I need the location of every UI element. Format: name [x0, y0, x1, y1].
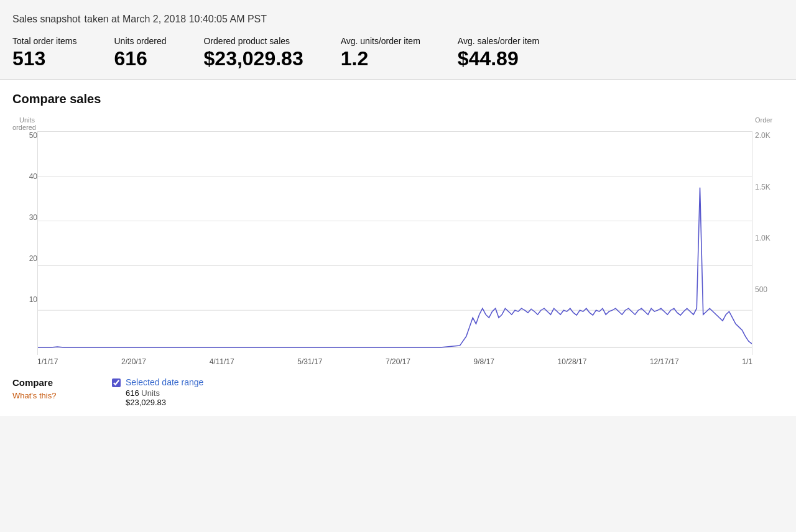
y-right-tick-2k: 2.0K — [755, 131, 784, 140]
y-left-tick-50: 50 — [12, 131, 37, 140]
legend-units-count: 616 — [126, 388, 139, 398]
chart-svg — [37, 131, 752, 355]
metric-label: Ordered product sales — [204, 36, 303, 46]
y-right-tick-500: 500 — [755, 285, 784, 294]
y-axis-left: 50 40 30 20 10 — [12, 131, 37, 355]
snapshot-subtitle: taken at March 2, 2018 10:40:05 AM PST — [85, 14, 267, 24]
legend-item-selected: Selected date range 616 Units $23,029.83 — [112, 377, 203, 407]
x-label-4: 5/31/17 — [297, 357, 322, 366]
metric-label: Total order items — [12, 36, 76, 46]
metric-value: 616 — [114, 47, 166, 70]
y-axis-right-title: Order — [752, 116, 784, 131]
compare-label-col: Compare What's this? — [12, 377, 112, 400]
x-label-5: 7/20/17 — [386, 357, 410, 366]
metric-item: Total order items 513 — [12, 36, 76, 70]
chart-container: 50 40 30 20 10 2.0K 1.5K — [12, 131, 784, 355]
whats-this-link[interactable]: What's this? — [12, 391, 56, 400]
legend-units: 616 Units — [126, 388, 203, 398]
y-right-tick-1-5k: 1.5K — [755, 183, 784, 191]
snapshot-title-text: Sales snapshot — [12, 14, 80, 24]
x-label-7: 10/28/17 — [558, 357, 587, 366]
x-label-2: 2/20/17 — [121, 357, 146, 366]
y-left-tick-40: 40 — [12, 172, 37, 181]
legend-area: Compare What's this? Selected date range… — [12, 369, 784, 416]
x-label-6: 9/8/17 — [474, 357, 494, 366]
snapshot-header: Sales snapshot taken at March 2, 2018 10… — [0, 0, 796, 80]
metric-value: $44.89 — [458, 47, 539, 70]
metric-value: 513 — [12, 47, 76, 70]
y-right-tick-1k: 1.0K — [755, 234, 784, 242]
legend-sales: $23,029.83 — [126, 398, 203, 407]
y-left-tick-10: 10 — [12, 295, 37, 304]
metric-label: Avg. units/order item — [341, 36, 420, 46]
y-axis-left-title: Units ordered — [12, 116, 37, 131]
y-left-tick-30: 30 — [12, 213, 37, 222]
x-label-3: 4/11/17 — [210, 357, 234, 366]
metric-value: $23,029.83 — [204, 47, 303, 70]
legend-units-label: Units — [141, 388, 160, 398]
x-axis-labels: 1/1/17 2/20/17 4/11/17 5/31/17 7/20/17 9… — [37, 355, 752, 369]
metric-item: Avg. units/order item 1.2 — [341, 36, 420, 70]
metric-item: Units ordered 616 — [114, 36, 166, 70]
legend-name: Selected date range — [126, 377, 203, 387]
snapshot-title: Sales snapshot taken at March 2, 2018 10… — [12, 10, 784, 26]
x-label-8: 12/17/17 — [650, 357, 679, 366]
legend-checkbox[interactable] — [112, 378, 121, 387]
chart-area — [37, 131, 752, 355]
compare-sales-title: Compare sales — [12, 92, 784, 106]
y-left-tick-20: 20 — [12, 254, 37, 263]
compare-section: Compare sales Units ordered Order 50 40 … — [0, 80, 796, 416]
metric-value: 1.2 — [341, 47, 420, 70]
metric-item: Ordered product sales $23,029.83 — [204, 36, 303, 70]
metric-label: Units ordered — [114, 36, 166, 46]
x-label-1: 1/1/17 — [37, 357, 58, 366]
metric-item: Avg. sales/order item $44.89 — [458, 36, 539, 70]
y-axis-right: 2.0K 1.5K 1.0K 500 — [752, 131, 784, 355]
metric-label: Avg. sales/order item — [458, 36, 539, 46]
compare-label-title: Compare — [12, 377, 112, 388]
legend-content: Selected date range 616 Units $23,029.83 — [126, 377, 203, 407]
x-label-9: 1/1 — [742, 357, 752, 366]
metrics-row: Total order items 513 Units ordered 616 … — [12, 36, 784, 70]
